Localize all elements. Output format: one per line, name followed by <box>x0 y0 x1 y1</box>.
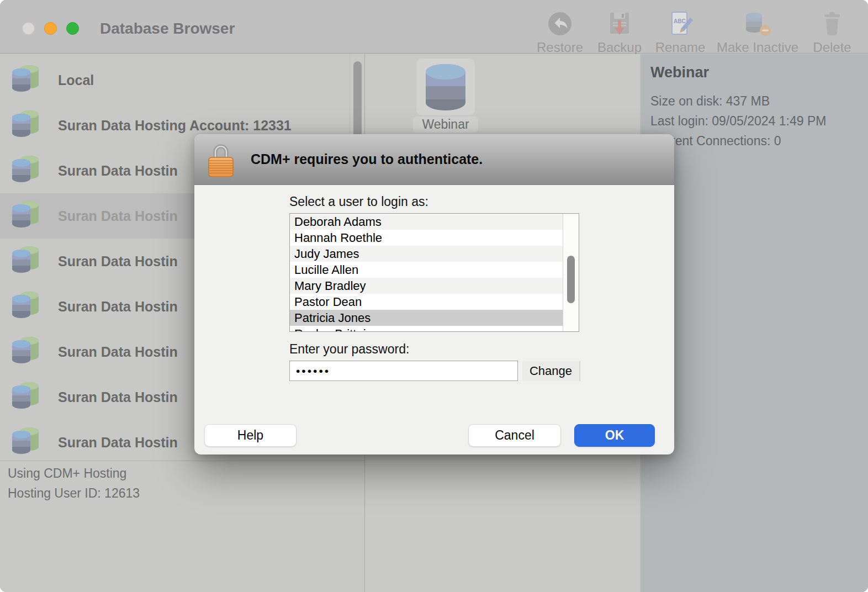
user-list-item[interactable]: Roslyn Brittain <box>290 326 563 332</box>
selected-database-tile[interactable] <box>416 59 475 115</box>
change-password-button[interactable]: Change <box>522 361 580 381</box>
database-cylinder-icon <box>9 336 42 368</box>
details-line: Size on disk: 437 MB <box>650 94 826 114</box>
database-cylinder-icon <box>9 155 42 187</box>
database-cylinder-icon <box>9 290 42 323</box>
toolbar-label: Delete <box>813 40 851 55</box>
database-details-pane: Webinar Size on disk: 437 MBLast login: … <box>641 54 868 592</box>
user-list-item[interactable]: Mary Bradley <box>290 278 563 294</box>
user-list-item[interactable]: Lucille Allen <box>290 262 563 278</box>
user-list-scrollbar-track[interactable] <box>563 214 579 331</box>
backup-floppy-icon <box>607 10 632 38</box>
rename-button[interactable]: ABC Rename <box>654 3 707 55</box>
details-title: Webinar <box>650 64 709 81</box>
password-label: Enter your password: <box>289 342 409 357</box>
zoom-window-button[interactable] <box>66 22 79 35</box>
database-name: Suran Data Hostin <box>58 163 178 179</box>
hosting-status-text: Using CDM+ Hosting <box>8 466 126 481</box>
database-cylinder-icon <box>9 64 42 96</box>
details-line: Current Connections: 0 <box>650 134 826 154</box>
minimize-window-button[interactable] <box>44 22 57 35</box>
database-name: Suran Data Hostin <box>58 208 178 224</box>
user-listbox: Deborah AdamsHannah RoethleJudy JamesLuc… <box>289 213 579 332</box>
user-list-item[interactable]: Deborah Adams <box>290 214 563 230</box>
dialog-body: Select a user to login as: Deborah Adams… <box>194 185 674 454</box>
dialog-header: CDM+ requires you to authenticate. <box>194 134 674 185</box>
title-bar: Database Browser Restore <box>0 0 868 54</box>
trash-icon <box>821 10 844 38</box>
user-list-item[interactable]: Pastor Dean <box>290 294 563 310</box>
database-cylinder-icon <box>9 381 42 413</box>
database-cylinder-icon <box>9 245 42 277</box>
database-name: Suran Data Hosting Account: 12331 <box>58 118 292 134</box>
toolbar-label: Backup <box>597 40 642 55</box>
restore-undo-arrow-icon <box>547 10 573 38</box>
database-name: Local <box>58 72 94 88</box>
user-list-item[interactable]: Patricia Jones <box>290 310 563 326</box>
toolbar-label: Restore <box>537 40 583 55</box>
database-list-item[interactable]: Local <box>0 57 364 103</box>
database-minus-icon <box>743 10 772 38</box>
dialog-title: CDM+ requires you to authenticate. <box>251 151 483 167</box>
database-name: Suran Data Hostin <box>58 344 178 360</box>
database-name: Suran Data Hostin <box>58 435 178 451</box>
toolbar-label: Make Inactive <box>717 40 798 55</box>
authentication-dialog: CDM+ requires you to authenticate. Selec… <box>194 134 674 454</box>
ok-button[interactable]: OK <box>574 424 655 447</box>
make-inactive-button[interactable]: Make Inactive <box>716 3 800 55</box>
database-cylinder-icon <box>9 109 42 141</box>
user-list-scrollbar-thumb[interactable] <box>567 256 575 303</box>
backup-button[interactable]: Backup <box>594 3 645 55</box>
user-list-item[interactable]: Judy James <box>290 246 563 262</box>
database-cylinder-icon <box>9 426 42 458</box>
cancel-button[interactable]: Cancel <box>468 424 561 447</box>
rename-abc-pencil-icon: ABC <box>668 10 693 38</box>
details-lines: Size on disk: 437 MBLast login: 09/05/20… <box>650 94 826 154</box>
toolbar: Restore Backup <box>534 3 856 53</box>
database-browser-window: Database Browser Restore <box>0 0 868 592</box>
hosting-user-id-text: Hosting User ID: 12613 <box>8 486 140 501</box>
database-name: Suran Data Hostin <box>58 253 178 269</box>
window-title: Database Browser <box>100 20 235 38</box>
database-name: Suran Data Hostin <box>58 299 178 315</box>
user-list: Deborah AdamsHannah RoethleJudy JamesLuc… <box>290 214 563 332</box>
database-cylinder-icon <box>421 61 470 114</box>
status-divider <box>0 461 364 461</box>
help-button[interactable]: Help <box>204 424 297 447</box>
user-list-item[interactable]: Hannah Roethle <box>290 230 563 246</box>
database-name: Suran Data Hostin <box>58 389 178 405</box>
toolbar-label: Rename <box>655 40 706 55</box>
restore-button[interactable]: Restore <box>534 3 585 55</box>
database-cylinder-icon <box>9 200 42 232</box>
selected-database-label[interactable]: Webinar <box>413 117 478 133</box>
svg-text:ABC: ABC <box>674 18 686 24</box>
delete-button[interactable]: Delete <box>808 3 856 55</box>
lock-icon <box>208 141 234 178</box>
close-window-button[interactable] <box>22 22 35 35</box>
details-line: Last login: 09/05/2024 1:49 PM <box>650 114 826 134</box>
password-input[interactable] <box>289 361 518 381</box>
select-user-label: Select a user to login as: <box>289 194 428 209</box>
